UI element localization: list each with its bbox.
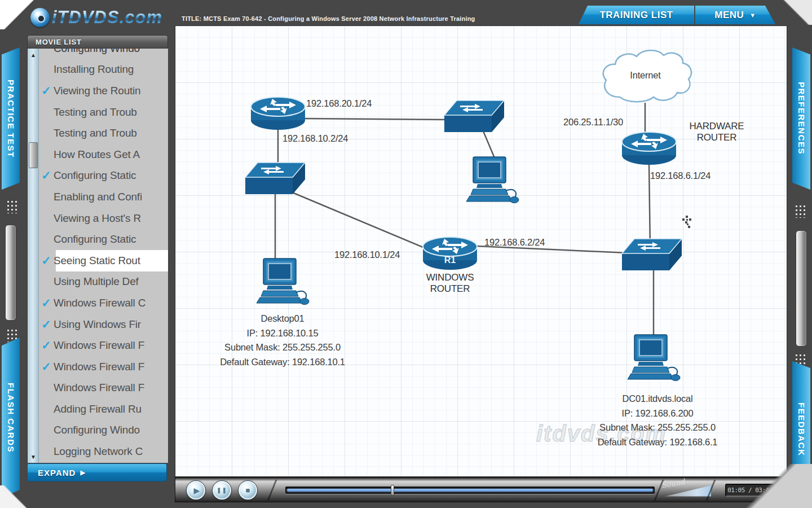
training-list-label: TRAINING LIST: [599, 10, 673, 21]
movie-list-item[interactable]: Configuring Windo: [39, 49, 168, 59]
r1-label: R1: [422, 255, 478, 265]
movie-list-item[interactable]: Viewing a Host's R: [39, 208, 168, 229]
pause-icon: ❚❚: [217, 487, 227, 493]
scrollbar-thumb[interactable]: [29, 142, 38, 168]
feedback-tab[interactable]: FEEDBACK: [792, 361, 810, 498]
movie-list-scrollbar[interactable]: ▲ ▼: [28, 49, 39, 463]
movie-list-panel: MOVIE LIST ▲ ▼ Configuring WindoInstalli…: [27, 35, 168, 481]
left-edge-handle[interactable]: [5, 225, 16, 321]
movie-list-item[interactable]: Logging Network C: [39, 441, 168, 462]
movie-title: Using Multiple Def: [54, 275, 139, 288]
movie-title: Configuring Windo: [54, 424, 140, 436]
movie-title: Windows Firewall F: [54, 361, 144, 373]
desktop01-gateway: Default Gateway: 192.168.10.1: [192, 355, 373, 370]
movie-list-item[interactable]: Enabling and Confi: [39, 186, 168, 208]
movie-list-item[interactable]: ✓Viewing the Routin: [39, 80, 168, 102]
video-title: TITLE: MCTS Exam 70-642 - Configuring a …: [182, 15, 475, 22]
movie-list-item[interactable]: How Routes Get A: [39, 144, 168, 165]
movie-list-items: Configuring WindoInstalling Routing✓View…: [39, 49, 168, 463]
desktop01-ip: IP: 192.168.10.15: [192, 326, 373, 341]
movie-list-item[interactable]: Installing Routing: [39, 59, 168, 81]
movie-list-item[interactable]: ✓Using Windows Fir: [39, 314, 168, 335]
ip-label: 192.168.10.2/24: [283, 133, 348, 144]
menu-label: MENU: [714, 10, 744, 21]
feedback-label: FEEDBACK: [797, 402, 806, 456]
progress-handle[interactable]: [391, 485, 394, 496]
pause-button[interactable]: ❚❚: [213, 481, 231, 500]
scroll-up-icon[interactable]: ▲: [28, 50, 39, 60]
divider: [267, 480, 277, 501]
movie-title: Configuring Static: [54, 169, 136, 182]
movie-title: How Routes Get A: [54, 148, 140, 161]
flash-cards-label: FLASH CARDS: [6, 383, 16, 453]
movie-title: Adding Firewall Ru: [54, 403, 142, 415]
sound-label: Sound: [661, 477, 686, 489]
flash-cards-tab[interactable]: FLASH CARDS: [2, 338, 20, 498]
ip-label: 192.168.10.1/24: [334, 249, 400, 260]
play-button[interactable]: ▶: [187, 481, 205, 500]
switch-icon: [622, 239, 682, 270]
movie-list-item[interactable]: Configuring Static: [39, 229, 168, 250]
movie-list-item[interactable]: ✓Configuring Static: [39, 165, 168, 187]
expand-button[interactable]: EXPAND ▶: [27, 463, 167, 481]
scroll-down-icon[interactable]: ▼: [28, 452, 39, 462]
dc01-icon: [628, 335, 680, 381]
hardware-router-label: HARDWARE ROUTER: [672, 121, 762, 143]
movie-title: Windows Firewall C: [54, 297, 145, 309]
internet-label: Internet: [599, 70, 692, 81]
app-logo: iTDVDS.com: [30, 1, 177, 34]
movie-title: Configuring Windo: [54, 49, 140, 55]
ip-label: 192.168.6.2/24: [484, 237, 545, 248]
check-icon: ✓: [39, 360, 54, 374]
hardware-router-icon: [622, 132, 676, 165]
progress-bar[interactable]: [285, 487, 655, 494]
movie-title: Windows Firewall F: [54, 382, 144, 394]
check-icon: ✓: [39, 296, 54, 310]
right-edge-handle[interactable]: [796, 230, 807, 347]
play-icon: ▶: [194, 486, 200, 495]
movie-list-item[interactable]: ✓Seeing Static Rout: [39, 250, 168, 271]
movie-list-item[interactable]: Adding Firewall Ru: [39, 398, 168, 420]
desktop01-info: Desktop01 IP: 192.168.10.15 Subnet Mask:…: [192, 312, 373, 369]
top-nav: TRAINING LIST MENU ▼: [579, 6, 775, 24]
dc01-ip: IP: 192.168.6.200: [564, 406, 751, 421]
expand-arrow-icon: ▶: [80, 469, 85, 476]
menu-button[interactable]: MENU ▼: [695, 6, 775, 24]
movie-list-item[interactable]: Configuring Windo: [39, 420, 168, 441]
ip-label: 206.25.11.1/30: [563, 117, 623, 128]
movie-title: Installing Routing: [54, 63, 134, 76]
movie-list-body: ▲ ▼ Configuring WindoInstalling Routing✓…: [27, 49, 168, 463]
preferences-tab[interactable]: PREFERENCES: [792, 47, 810, 190]
movie-list-item[interactable]: Using Multiple Def: [39, 271, 168, 293]
movie-list-item[interactable]: Windows Firewall F: [39, 378, 168, 399]
hardware-router-line2: ROUTER: [672, 132, 762, 143]
movie-title: Enabling and Confi: [54, 191, 142, 203]
movie-title: Viewing the Routin: [54, 85, 141, 97]
ip-label: 192.168.20.1/24: [306, 98, 372, 109]
practice-test-tab[interactable]: PRACTICE TEST: [2, 47, 20, 190]
dc01-info: DC01.itdvds.local IP: 192.168.6.200 Subn…: [564, 392, 751, 449]
desktop01-name: Desktop01: [192, 312, 373, 326]
dc01-mask: Subnet Mask: 255.255.255.0: [564, 421, 751, 435]
check-icon: ✓: [39, 84, 54, 98]
movie-title: Logging Network C: [54, 445, 143, 458]
frame-corner-cut: [778, 0, 812, 25]
movie-title: Seeing Static Rout: [54, 255, 140, 267]
movie-list-item[interactable]: ✓Windows Firewall C: [39, 292, 168, 314]
training-list-button[interactable]: TRAINING LIST: [579, 6, 694, 24]
check-icon: ✓: [39, 254, 54, 268]
windows-router-line1: WINDOWS: [405, 272, 495, 283]
grip-dots: [794, 203, 806, 218]
time-display: 01:05 / 03:42: [725, 484, 775, 497]
movie-list-item[interactable]: Testing and Troub: [39, 122, 168, 144]
check-icon: ✓: [39, 169, 54, 182]
stop-button[interactable]: ■: [239, 481, 257, 500]
movie-title: Viewing a Host's R: [54, 212, 141, 225]
disc-icon: [30, 8, 50, 27]
movie-list-item[interactable]: ✓Windows Firewall F: [39, 356, 168, 378]
preferences-label: PREFERENCES: [797, 82, 806, 155]
movie-list-item[interactable]: Testing and Troub: [39, 102, 168, 123]
dc01-gateway: Default Gateway: 192.168.6.1: [564, 435, 751, 450]
movie-list-item[interactable]: ✓Windows Firewall F: [39, 335, 168, 356]
movie-list-item[interactable]: Exporting and Imp: [39, 462, 168, 463]
